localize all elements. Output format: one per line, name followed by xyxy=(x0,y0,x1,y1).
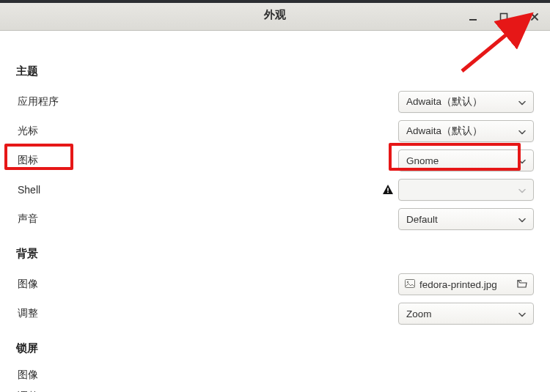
row-bg-adjust: 调整 Zoom xyxy=(16,299,534,328)
combo-cursor-theme-value: Adwaita（默认） xyxy=(406,125,483,138)
filechooser-bg-image-value: fedora-printed.jpg xyxy=(419,279,497,290)
image-icon xyxy=(405,279,415,290)
row-shell-theme: Shell xyxy=(16,175,534,204)
section-lockscreen-header: 锁屏 xyxy=(16,341,534,355)
label-bg-adjust: 调整 xyxy=(16,307,38,320)
svg-rect-1 xyxy=(501,13,507,20)
combo-bg-adjust[interactable]: Zoom xyxy=(398,303,534,325)
label-app-theme: 应用程序 xyxy=(16,95,59,108)
row-icons-theme: 图标 Gnome xyxy=(16,146,534,175)
chevron-down-icon xyxy=(518,214,526,225)
svg-rect-2 xyxy=(387,188,389,191)
minimize-button[interactable] xyxy=(458,3,488,30)
svg-rect-0 xyxy=(469,19,477,21)
chevron-down-icon xyxy=(518,308,526,319)
combo-icons-theme[interactable]: Gnome xyxy=(398,149,534,171)
label-bg-image: 图像 xyxy=(16,278,38,291)
combo-sound-theme[interactable]: Default xyxy=(398,208,534,230)
row-lock-adjust: 调整 xyxy=(16,386,534,392)
warning-icon xyxy=(382,184,394,196)
combo-sound-theme-value: Default xyxy=(406,214,438,225)
section-background-header: 背景 xyxy=(16,247,534,261)
chevron-down-icon xyxy=(518,126,526,137)
svg-point-5 xyxy=(407,281,408,282)
maximize-button[interactable] xyxy=(488,3,519,30)
combo-bg-adjust-value: Zoom xyxy=(406,308,432,319)
filechooser-bg-image[interactable]: fedora-printed.jpg xyxy=(398,273,534,295)
svg-rect-4 xyxy=(406,279,415,287)
row-cursor-theme: 光标 Adwaita（默认） xyxy=(16,117,534,146)
row-app-theme: 应用程序 Adwaita（默认） xyxy=(16,87,534,117)
combo-cursor-theme[interactable]: Adwaita（默认） xyxy=(398,120,534,142)
chevron-down-icon xyxy=(518,155,526,166)
label-sound-theme: 声音 xyxy=(16,212,38,226)
row-lock-image: 图像 xyxy=(16,364,534,386)
label-cursor-theme: 光标 xyxy=(16,125,38,138)
content-area: 主题 应用程序 Adwaita（默认） 光标 Adwaita（默认） 图标 Gn… xyxy=(0,31,550,392)
row-bg-image: 图像 fedora-printed.jpg xyxy=(16,270,534,299)
combo-app-theme-value: Adwaita（默认） xyxy=(406,95,483,108)
folder-open-icon xyxy=(517,279,527,290)
titlebar: 外观 xyxy=(0,0,550,31)
combo-app-theme[interactable]: Adwaita（默认） xyxy=(398,91,534,113)
section-themes-header: 主题 xyxy=(16,64,534,78)
label-icons-theme: 图标 xyxy=(16,154,38,167)
combo-shell-theme xyxy=(398,179,534,201)
window-title: 外观 xyxy=(264,8,286,22)
close-button[interactable] xyxy=(519,3,550,30)
svg-rect-3 xyxy=(387,192,389,193)
row-sound-theme: 声音 Default xyxy=(16,204,534,234)
label-shell-theme: Shell xyxy=(16,184,40,196)
combo-icons-theme-value: Gnome xyxy=(406,155,439,166)
chevron-down-icon xyxy=(518,97,526,108)
window-controls xyxy=(458,3,550,30)
chevron-down-icon xyxy=(518,185,526,196)
label-lock-image: 图像 xyxy=(16,369,38,382)
